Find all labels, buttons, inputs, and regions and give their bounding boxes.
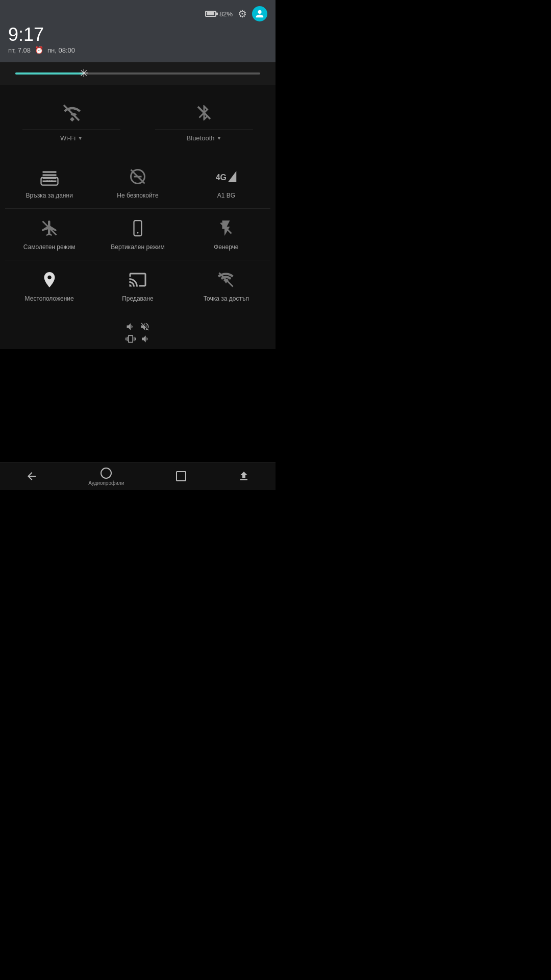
data-toggle[interactable]: Връзка за данни bbox=[5, 157, 93, 209]
cast-label: Предаване bbox=[122, 295, 154, 302]
bt-divider bbox=[155, 130, 253, 130]
nav-home[interactable]: Аудиопрофили bbox=[88, 467, 124, 486]
bottom-nav: Аудиопрофили bbox=[0, 462, 276, 490]
svg-point-6 bbox=[137, 232, 138, 234]
a1bg-toggle[interactable]: 4G A1 BG bbox=[182, 157, 270, 209]
dnd-icon bbox=[128, 166, 148, 187]
quick-panel: Wi-Fi ▼ Bluetooth ▼ bbox=[0, 85, 276, 316]
bluetooth-icon-area bbox=[191, 100, 217, 126]
nav-home-label: Аудиопрофили bbox=[88, 480, 124, 486]
flashlight-icon bbox=[216, 218, 236, 238]
wifi-bluetooth-row: Wi-Fi ▼ Bluetooth ▼ bbox=[5, 95, 270, 147]
dnd-label: Не безпокойте bbox=[117, 192, 158, 199]
home-icon bbox=[100, 467, 112, 479]
bt-label: Bluetooth bbox=[187, 134, 215, 142]
back-icon bbox=[26, 470, 38, 482]
date-alarm: пт, 7.08 ⏰ пн, 08:00 bbox=[8, 46, 267, 54]
status-bar-top: 82% ⚙ bbox=[8, 6, 267, 21]
wifi-chevron[interactable]: ▼ bbox=[78, 135, 83, 141]
cast-toggle[interactable]: Предаване bbox=[93, 260, 182, 311]
quick-grid-row3: Местоположение Предаване Точка за достъп bbox=[5, 260, 270, 311]
rotation-icon bbox=[128, 218, 148, 238]
brightness-fill bbox=[15, 72, 84, 75]
location-toggle[interactable]: Местоположение bbox=[5, 260, 93, 311]
battery-percent: 82% bbox=[219, 10, 233, 18]
recents-icon bbox=[175, 470, 187, 482]
bt-label-row: Bluetooth ▼ bbox=[187, 134, 222, 142]
dnd-toggle[interactable]: Не безпокойте bbox=[93, 157, 182, 209]
svg-rect-10 bbox=[177, 472, 186, 481]
wifi-divider bbox=[22, 130, 120, 130]
wifi-label: Wi-Fi bbox=[60, 134, 76, 142]
volume-row-2 bbox=[126, 334, 150, 344]
wifi-label-row: Wi-Fi ▼ bbox=[60, 134, 83, 142]
nav-share[interactable] bbox=[238, 470, 250, 482]
airplane-toggle[interactable]: Самолетен режим bbox=[5, 209, 93, 260]
bluetooth-toggle[interactable]: Bluetooth ▼ bbox=[138, 95, 270, 147]
airplane-icon bbox=[39, 218, 60, 238]
svg-point-9 bbox=[101, 468, 111, 478]
volume-mute-icon bbox=[140, 322, 150, 332]
settings-icon[interactable]: ⚙ bbox=[238, 8, 247, 20]
account-icon[interactable] bbox=[252, 6, 267, 21]
battery-icon bbox=[205, 11, 216, 17]
date-text: пт, 7.08 bbox=[8, 46, 31, 54]
location-label: Местоположение bbox=[25, 295, 74, 302]
nav-back[interactable] bbox=[26, 470, 38, 482]
nav-recents[interactable] bbox=[175, 470, 187, 482]
quick-grid-row1: Връзка за данни Не безпокойте 4G bbox=[5, 157, 270, 209]
brightness-thumb[interactable]: ✳ bbox=[77, 66, 91, 81]
flashlight-toggle[interactable]: Фенерче bbox=[182, 209, 270, 260]
hotspot-label: Точка за достъп bbox=[204, 295, 249, 302]
wifi-toggle[interactable]: Wi-Fi ▼ bbox=[5, 95, 138, 147]
cast-icon bbox=[128, 270, 148, 290]
volume-low-icon bbox=[140, 334, 150, 344]
battery-indicator: 82% bbox=[205, 10, 233, 18]
alarm-time: пн, 08:00 bbox=[47, 46, 75, 54]
volume-row-1 bbox=[126, 322, 150, 332]
wifi-icon-area bbox=[59, 100, 84, 126]
a1bg-icon: 4G bbox=[216, 166, 236, 187]
time-display: 9:17 bbox=[8, 26, 267, 44]
rotation-label: Вертикален режим bbox=[111, 243, 164, 251]
brightness-slider[interactable]: ✳ bbox=[15, 72, 260, 75]
rotation-toggle[interactable]: Вертикален режим bbox=[93, 209, 182, 260]
brightness-area[interactable]: ✳ bbox=[0, 62, 276, 85]
alarm-icon: ⏰ bbox=[35, 46, 43, 54]
volume-area bbox=[0, 316, 276, 349]
vibrate-icon bbox=[126, 334, 136, 344]
bt-chevron[interactable]: ▼ bbox=[217, 135, 222, 141]
status-bar: 82% ⚙ 9:17 пт, 7.08 ⏰ пн, 08:00 bbox=[0, 0, 276, 62]
a1bg-label: A1 BG bbox=[217, 192, 235, 199]
data-icon bbox=[39, 166, 60, 187]
volume-up-icon bbox=[126, 322, 136, 332]
hotspot-icon bbox=[216, 270, 236, 290]
data-label: Връзка за данни bbox=[26, 192, 72, 199]
brightness-icon: ✳ bbox=[79, 67, 88, 80]
location-icon bbox=[39, 270, 60, 290]
hotspot-toggle[interactable]: Точка за достъп bbox=[182, 260, 270, 311]
flashlight-label: Фенерче bbox=[214, 243, 238, 251]
share-icon bbox=[238, 470, 250, 482]
quick-grid-row2: Самолетен режим Вертикален режим Фенерче bbox=[5, 209, 270, 260]
airplane-label: Самолетен режим bbox=[23, 243, 76, 251]
